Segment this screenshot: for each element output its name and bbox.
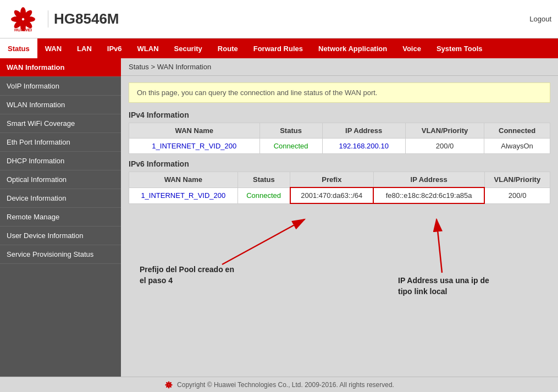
sidebar-item-dhcp-information[interactable]: DHCP Information <box>0 152 121 170</box>
ipv4-col-wan-name: WAN Name <box>129 123 260 139</box>
nav-item-ipv6[interactable]: IPv6 <box>100 38 130 58</box>
right-annotation-text-line2: tipo link local <box>398 286 489 297</box>
left-annotation-text-line2: el paso 4 <box>140 275 234 286</box>
sidebar-item-service-provisioning-status[interactable]: Service Provisioning Status <box>0 245 121 264</box>
right-annotation: IP Address usa una ip de tipo link local <box>398 275 489 297</box>
svg-text:HUAWEI: HUAWEI <box>14 27 32 32</box>
left-annotation-text-line1: Prefijo del Pool creado en <box>140 264 234 275</box>
ipv6-col-vlan-priority: VLAN/Priority <box>484 172 550 188</box>
ipv6-col-status: Status <box>237 172 290 188</box>
huawei-logo: HUAWEI <box>7 5 40 33</box>
navigation-bar: Status WAN LAN IPv6 WLAN Security Route … <box>0 38 558 58</box>
ipv6-status: Connected <box>237 187 290 203</box>
main-layout: WAN Information VoIP Information WLAN In… <box>0 58 558 377</box>
nav-item-network-application[interactable]: Network Application <box>311 38 395 58</box>
left-annotation: Prefijo del Pool creado en el paso 4 <box>140 264 234 286</box>
sidebar-item-eth-port-information[interactable]: Eth Port Information <box>0 133 121 152</box>
ipv4-status: Connected <box>259 139 322 154</box>
ipv4-col-connected: Connected <box>484 123 550 139</box>
footer: Copyright © Huawei Technologies Co., Ltd… <box>0 377 558 392</box>
info-box: On this page, you can query the connecti… <box>129 82 550 103</box>
nav-item-security[interactable]: Security <box>167 38 210 58</box>
annotation-area: Prefijo del Pool creado en el paso 4 IP … <box>129 209 550 330</box>
logout-button[interactable]: Logout <box>529 15 551 23</box>
ipv6-wan-name[interactable]: 1_INTERNET_R_VID_200 <box>129 187 238 203</box>
ipv6-section-title: IPv6 Information <box>129 159 550 168</box>
sidebar-item-wan-information[interactable]: WAN Information <box>0 58 121 77</box>
ipv4-connected: AlwaysOn <box>484 139 550 154</box>
nav-item-lan[interactable]: LAN <box>69 38 100 58</box>
ipv4-table-row: 1_INTERNET_R_VID_200 Connected 192.168.2… <box>129 139 550 154</box>
ipv4-section-title: IPv4 Information <box>129 111 550 119</box>
ipv6-ip-address: fe80::e18c:8c2d:6c19:a85a <box>373 187 484 203</box>
ipv4-wan-name[interactable]: 1_INTERNET_R_VID_200 <box>129 139 260 154</box>
ipv4-table: WAN Name Status IP Address VLAN/Priority… <box>129 123 550 154</box>
sidebar-item-voip-information[interactable]: VoIP Information <box>0 77 121 96</box>
nav-item-wan[interactable]: WAN <box>37 38 69 58</box>
nav-item-status[interactable]: Status <box>0 38 37 58</box>
content-inner: On this page, you can query the connecti… <box>121 76 558 337</box>
header: HUAWEI HG8546M Logout <box>0 0 558 38</box>
ipv6-col-ip-address: IP Address <box>373 172 484 188</box>
nav-item-system-tools[interactable]: System Tools <box>429 38 490 58</box>
ipv4-col-ip-address: IP Address <box>322 123 405 139</box>
ipv6-table: WAN Name Status Prefix IP Address VLAN/P… <box>129 172 550 204</box>
svg-line-10 <box>222 219 305 264</box>
right-annotation-text-line1: IP Address usa una ip de <box>398 275 489 286</box>
ipv6-col-prefix: Prefix <box>290 172 374 188</box>
sidebar-item-user-device-information[interactable]: User Device Information <box>0 227 121 245</box>
sidebar-item-remote-manage[interactable]: Remote Manage <box>0 208 121 227</box>
breadcrumb: Status > WAN Information <box>121 58 558 76</box>
footer-logo <box>164 380 174 389</box>
ipv6-prefix: 2001:470:da63::/64 <box>290 187 374 203</box>
ipv4-col-status: Status <box>259 123 322 139</box>
nav-item-route[interactable]: Route <box>210 38 246 58</box>
ipv6-vlan-priority: 200/0 <box>484 187 550 203</box>
ipv4-col-vlan-priority: VLAN/Priority <box>405 123 484 139</box>
ipv6-table-row: 1_INTERNET_R_VID_200 Connected 2001:470:… <box>129 187 550 203</box>
sidebar-item-smart-wifi-coverage[interactable]: Smart WiFi Coverage <box>0 114 121 133</box>
nav-item-wlan[interactable]: WLAN <box>130 38 167 58</box>
content-area: Status > WAN Information On this page, y… <box>121 58 558 377</box>
device-name: HG8546M <box>48 10 529 27</box>
svg-line-11 <box>437 219 442 273</box>
footer-text: Copyright © Huawei Technologies Co., Ltd… <box>177 381 394 389</box>
nav-item-forward-rules[interactable]: Forward Rules <box>246 38 311 58</box>
ipv4-ip-address: 192.168.200.10 <box>322 139 405 154</box>
ipv4-vlan-priority: 200/0 <box>405 139 484 154</box>
sidebar-item-wlan-information[interactable]: WLAN Information <box>0 96 121 114</box>
sidebar-item-device-information[interactable]: Device Information <box>0 189 121 208</box>
ipv6-col-wan-name: WAN Name <box>129 172 238 188</box>
sidebar: WAN Information VoIP Information WLAN In… <box>0 58 121 377</box>
nav-item-voice[interactable]: Voice <box>395 38 429 58</box>
sidebar-item-optical-information[interactable]: Optical Information <box>0 170 121 189</box>
